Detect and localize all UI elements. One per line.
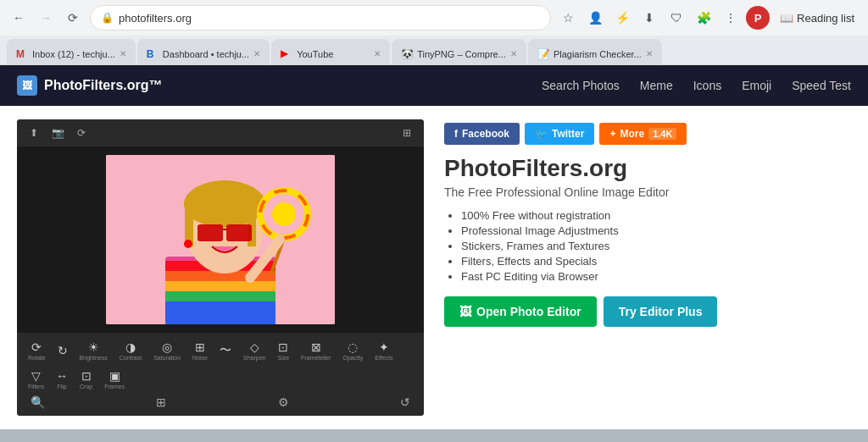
site-nav: 🖼 PhotoFilters.org™ Search Photos Meme I…: [0, 65, 868, 106]
features-list: 100% Free without registration Professio…: [444, 209, 851, 283]
facebook-share-button[interactable]: f Facebook: [444, 123, 520, 145]
address-bar[interactable]: 🔒 photofilters.org: [90, 5, 551, 30]
facebook-label: Facebook: [462, 128, 509, 140]
shield-button[interactable]: 🛡: [665, 6, 688, 30]
tab-gmail-close[interactable]: ✕: [120, 49, 126, 58]
site-nav-links: Search Photos Meme Icons Emoji Speed Tes…: [542, 79, 851, 92]
feature-item-1: Professional Image Adjustments: [461, 224, 851, 237]
gmail-favicon: M: [16, 48, 28, 60]
youtube-favicon: ▶: [281, 48, 292, 60]
more-plus-icon: +: [609, 128, 615, 140]
facebook-icon: f: [454, 128, 458, 140]
more-label: More: [620, 128, 644, 140]
tab-youtube[interactable]: ▶ YouTube ✕: [271, 39, 390, 64]
tool-blur[interactable]: 〜: [215, 340, 236, 362]
tabs-bar: M Inbox (12) - techju... ✕ B Dashboard •…: [0, 36, 868, 64]
share-buttons: f Facebook 🐦 Twitter + More 1.4K: [444, 123, 851, 145]
grid-icon: ⊞: [156, 395, 166, 409]
nav-link-search-photos[interactable]: Search Photos: [542, 79, 620, 92]
tool-saturation[interactable]: ◎ Saturation: [149, 338, 185, 363]
tab-techjus-title: Dashboard • techju...: [163, 49, 249, 59]
tool-redo[interactable]: ↻: [53, 341, 72, 361]
tool-rotate[interactable]: ⟳ Rotate: [24, 338, 50, 363]
downloads-button[interactable]: ⬇: [637, 6, 661, 30]
browser-toolbar: ← → ⟳ 🔒 photofilters.org ☆ 👤 ⚡ ⬇ 🛡 🧩 ⋮ P…: [0, 0, 868, 36]
tool-noise[interactable]: ⊞ Noise: [188, 338, 212, 363]
back-button[interactable]: ←: [7, 6, 31, 30]
nav-link-speed-test[interactable]: Speed Test: [792, 79, 851, 92]
tab-plagiarism-close[interactable]: ✕: [646, 49, 653, 58]
profile-accounts-button[interactable]: 👤: [583, 6, 607, 30]
nav-link-icons[interactable]: Icons: [693, 79, 721, 92]
tab-tinypng-close[interactable]: ✕: [510, 49, 517, 58]
svg-point-16: [272, 202, 296, 226]
footer-bar: [0, 429, 868, 442]
open-photo-editor-button[interactable]: 🖼 Open Photo Editor: [444, 296, 597, 327]
tab-tinypng[interactable]: 🐼 TinyPNG – Compre... ✕: [392, 39, 526, 64]
editor-bottom-row: 🔍 ⊞ ⚙ ↺: [24, 392, 417, 411]
bookmark-star-button[interactable]: ☆: [556, 6, 580, 30]
reading-list-button[interactable]: 📖 Reading list: [773, 8, 861, 28]
twitter-share-button[interactable]: 🐦 Twitter: [525, 123, 594, 145]
svg-rect-12: [226, 224, 252, 241]
tool-size[interactable]: ⊡ Size: [273, 338, 293, 363]
puzzle-button[interactable]: 🧩: [692, 6, 715, 30]
tab-techjus[interactable]: B Dashboard • techju... ✕: [137, 39, 270, 64]
tool-contrast[interactable]: ◑ Contrast: [115, 338, 146, 363]
tab-gmail[interactable]: M Inbox (12) - techju... ✕: [7, 39, 136, 64]
feature-item-3: Filters, Effects and Specials: [461, 255, 851, 268]
feature-item-4: Fast PC Editing via Browser: [461, 270, 851, 283]
try-editor-plus-button[interactable]: Try Editor Plus: [604, 296, 718, 327]
tab-techjus-close[interactable]: ✕: [253, 49, 260, 58]
forward-button[interactable]: →: [34, 6, 58, 30]
editor-area: ⬆ 📷 ⟳ ⊞: [17, 119, 424, 416]
reading-list-area: 📖 Reading list: [773, 8, 861, 28]
history-icon: ↺: [400, 395, 410, 409]
editor-upload-button[interactable]: ⬆: [25, 124, 42, 141]
tool-filters[interactable]: ▽ Filters: [24, 367, 48, 392]
more-share-button[interactable]: + More 1.4K: [599, 123, 687, 145]
logo-text: PhotoFilters.org™: [44, 78, 163, 93]
right-panel: f Facebook 🐦 Twitter + More 1.4K PhotoFi…: [444, 119, 851, 416]
browser-chrome: ← → ⟳ 🔒 photofilters.org ☆ 👤 ⚡ ⬇ 🛡 🧩 ⋮ P…: [0, 0, 868, 65]
menu-dots-button[interactable]: ⋮: [719, 6, 743, 30]
twitter-label: Twitter: [552, 128, 584, 140]
user-profile-button[interactable]: P: [746, 6, 770, 30]
tool-flip[interactable]: ↔ Flip: [52, 367, 72, 392]
site-main-title: PhotoFilters.org: [444, 155, 851, 182]
tab-plagiarism[interactable]: 📝 Plagiarism Checker... ✕: [528, 39, 662, 64]
tool-effects[interactable]: ✦ Effects: [370, 338, 397, 363]
tab-plagiarism-title: Plagiarism Checker...: [554, 49, 642, 59]
refresh-button[interactable]: ⟳: [61, 6, 85, 30]
tool-brightness[interactable]: ☀ Brightness: [75, 338, 112, 363]
tool-frames[interactable]: ▣ Frames: [100, 367, 129, 392]
tool-frameteller[interactable]: ⊠ Frameteller: [297, 338, 335, 363]
extensions-button[interactable]: ⚡: [610, 6, 634, 30]
site-subtitle: The Free Professional Online Image Edito…: [444, 185, 851, 199]
svg-rect-4: [165, 281, 275, 291]
reading-list-icon: 📖: [780, 12, 793, 25]
tab-tinypng-title: TinyPNG – Compre...: [417, 49, 506, 59]
zoom-icon: 🔍: [31, 395, 45, 409]
lock-icon: 🔒: [101, 12, 114, 24]
tool-sharpen[interactable]: ◇ Sharpen: [239, 338, 270, 363]
nav-link-meme[interactable]: Meme: [640, 79, 673, 92]
editor-fullscreen-button[interactable]: ⊞: [398, 124, 415, 141]
svg-point-18: [184, 240, 192, 248]
site-logo: 🖼 PhotoFilters.org™: [17, 75, 163, 96]
svg-rect-11: [198, 224, 223, 241]
editor-canvas: [17, 146, 424, 333]
techjus-favicon: B: [147, 48, 159, 60]
try-plus-label: Try Editor Plus: [619, 305, 703, 318]
tool-crop[interactable]: ⊡ Crop: [75, 367, 97, 392]
editor-top-bar: ⬆ 📷 ⟳ ⊞: [17, 119, 424, 146]
tool-opacity[interactable]: ◌ Opacity: [339, 338, 368, 363]
editor-camera-button[interactable]: 📷: [49, 124, 66, 141]
editor-refresh-button[interactable]: ⟳: [73, 124, 90, 141]
nav-link-emoji[interactable]: Emoji: [742, 79, 771, 92]
share-count-badge: 1.4K: [648, 128, 676, 140]
editor-image: [106, 155, 335, 324]
editor-image-svg: [106, 155, 335, 324]
tab-gmail-title: Inbox (12) - techju...: [32, 49, 115, 59]
tab-youtube-close[interactable]: ✕: [374, 49, 381, 58]
